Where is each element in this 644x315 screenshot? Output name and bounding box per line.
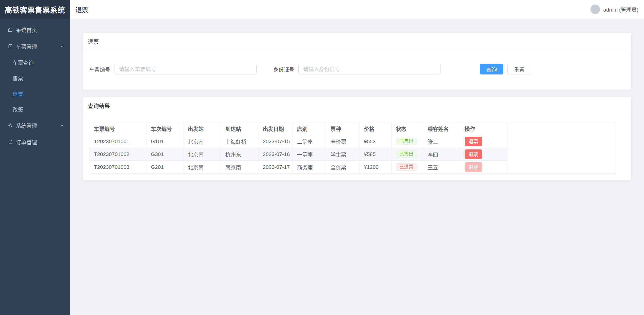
ticket-doc-icon <box>8 44 13 49</box>
table-filler <box>508 161 615 173</box>
cell-seat: 二等座 <box>292 135 326 148</box>
ticket-no-label: 车票编号 <box>89 65 110 73</box>
order-doc-icon <box>8 139 13 145</box>
col-ticket-type: 票种 <box>326 122 359 135</box>
id-no-input[interactable] <box>298 64 441 74</box>
cell-from: 北京南 <box>183 135 221 148</box>
sidebar: 高铁客票售票系统 系统首页 车票管理 车票查询 售票 退票 改签 <box>0 0 70 315</box>
sidebar-subitem-change-ticket[interactable]: 改签 <box>0 101 70 117</box>
cell-price: ¥585 <box>359 148 391 161</box>
col-status: 状态 <box>391 122 423 135</box>
cell-from: 北京南 <box>183 148 221 161</box>
refund-form-row: 车票编号 身份证号 查询 重置 <box>89 50 625 74</box>
refund-form-body: 车票编号 身份证号 查询 重置 <box>83 50 631 90</box>
cell-passenger: 李四 <box>423 148 460 161</box>
table-row: T20230701002 G301 北京南 杭州东 2023-07-16 一等座… <box>89 148 615 161</box>
col-date: 出发日期 <box>258 122 292 135</box>
sidebar-item-ticket-mgmt[interactable]: 车票管理 <box>0 38 70 55</box>
status-badge: 已退票 <box>396 163 417 171</box>
sidebar-item-home[interactable]: 系统首页 <box>0 21 70 38</box>
col-train-no: 车次编号 <box>146 122 183 135</box>
chevron-up-icon <box>60 44 64 49</box>
col-actions: 操作 <box>460 122 508 135</box>
col-seat: 席别 <box>292 122 326 135</box>
cell-to: 南京南 <box>221 161 258 173</box>
cell-ticket-type: 学生票 <box>326 148 359 161</box>
sidebar-subitem-label: 退票 <box>13 90 23 97</box>
col-price: 价格 <box>359 122 391 135</box>
results-table-box: 车票编号 车次编号 出发站 到达站 出发日期 席别 票种 价格 状态 乘客姓名 <box>89 122 616 174</box>
main-column: 退票 admin (管理员) 退票 车票编号 身份证号 查询 重置 查询结 <box>70 0 644 315</box>
id-no-label: 身份证号 <box>273 65 294 73</box>
results-table: 车票编号 车次编号 出发站 到达站 出发日期 席别 票种 价格 状态 乘客姓名 <box>89 122 615 173</box>
sidebar-item-label: 订单管理 <box>16 138 37 146</box>
table-filler <box>508 148 615 161</box>
sidebar-subitem-refund-ticket[interactable]: 退票 <box>0 86 70 101</box>
cell-price: ¥1200 <box>359 161 391 173</box>
cell-train-no: G101 <box>146 135 183 148</box>
cell-ticket-type: 全价票 <box>326 135 359 148</box>
cell-date: 2023-07-17 <box>258 161 292 173</box>
results-table-body: 车票编号 车次编号 出发站 到达站 出发日期 席别 票种 价格 状态 乘客姓名 <box>83 114 631 180</box>
cell-price: ¥553 <box>359 135 391 148</box>
app-logo: 高铁客票售票系统 <box>0 0 70 19</box>
sidebar-subitem-label: 售票 <box>13 74 23 82</box>
refund-action-button[interactable]: 退票 <box>465 162 482 172</box>
cell-date: 2023-07-15 <box>258 135 292 148</box>
refund-action-button[interactable]: 退票 <box>465 149 482 159</box>
cell-ticket-no: T20230701003 <box>89 161 146 173</box>
sidebar-item-label: 系统首页 <box>16 26 37 33</box>
cell-date: 2023-07-16 <box>258 148 292 161</box>
sidebar-subitem-label: 车票查询 <box>13 59 34 66</box>
status-badge: 已售出 <box>396 150 417 158</box>
sidebar-item-label: 车票管理 <box>16 43 37 50</box>
home-icon <box>8 27 13 32</box>
cell-ticket-no: T20230701001 <box>89 135 146 148</box>
user-name: admin (管理员) <box>603 6 638 13</box>
user-box[interactable]: admin (管理员) <box>590 5 638 14</box>
cell-passenger: 王五 <box>423 161 460 173</box>
table-header-row: 车票编号 车次编号 出发站 到达站 出发日期 席别 票种 价格 状态 乘客姓名 <box>89 122 615 135</box>
cell-seat: 一等座 <box>292 148 326 161</box>
col-to: 到达站 <box>221 122 258 135</box>
ticket-no-input[interactable] <box>114 64 257 74</box>
results-card-title: 查询结果 <box>83 97 631 114</box>
reset-button[interactable]: 重置 <box>507 64 531 74</box>
sidebar-subitem-label: 改签 <box>13 105 23 113</box>
sidebar-item-system-mgmt[interactable]: 系统管理 <box>0 117 70 134</box>
topbar: 退票 admin (管理员) <box>70 0 644 19</box>
query-button[interactable]: 查询 <box>480 64 503 74</box>
table-row: T20230701001 G101 北京南 上海虹桥 2023-07-15 二等… <box>89 135 615 148</box>
cell-ticket-type: 全价票 <box>326 161 359 173</box>
cell-ticket-no: T20230701002 <box>89 148 146 161</box>
avatar <box>590 5 600 14</box>
col-passenger: 乘客姓名 <box>423 122 460 135</box>
cell-seat: 商务座 <box>292 161 326 173</box>
refund-action-button[interactable]: 退票 <box>465 137 482 146</box>
cell-passenger: 张三 <box>423 135 460 148</box>
sidebar-nav: 系统首页 车票管理 车票查询 售票 退票 改签 系统管理 <box>0 19 70 150</box>
status-badge: 已售出 <box>396 138 417 145</box>
cell-to: 上海虹桥 <box>221 135 258 148</box>
table-row: T20230701003 G201 北京南 南京南 2023-07-17 商务座… <box>89 161 615 173</box>
cell-train-no: G201 <box>146 161 183 173</box>
sidebar-item-order-mgmt[interactable]: 订单管理 <box>0 134 70 150</box>
sidebar-subitem-ticket-query[interactable]: 车票查询 <box>0 55 70 70</box>
cell-train-no: G301 <box>146 148 183 161</box>
results-card: 查询结果 车票编号 车次编号 <box>83 97 631 180</box>
col-from: 出发站 <box>183 122 221 135</box>
col-ticket-no: 车票编号 <box>89 122 146 135</box>
cell-from: 北京南 <box>183 161 221 173</box>
sidebar-subitem-sell-ticket[interactable]: 售票 <box>0 70 70 86</box>
chevron-down-icon <box>60 123 64 128</box>
cell-to: 杭州东 <box>221 148 258 161</box>
page-title: 退票 <box>75 5 88 14</box>
refund-card-title: 退票 <box>83 33 631 50</box>
table-filler <box>508 122 615 135</box>
content-area: 退票 车票编号 身份证号 查询 重置 查询结果 <box>70 19 644 315</box>
table-filler <box>508 135 615 148</box>
refund-form-card: 退票 车票编号 身份证号 查询 重置 <box>83 33 631 90</box>
sidebar-item-label: 系统管理 <box>16 122 37 129</box>
gear-icon <box>8 123 13 128</box>
